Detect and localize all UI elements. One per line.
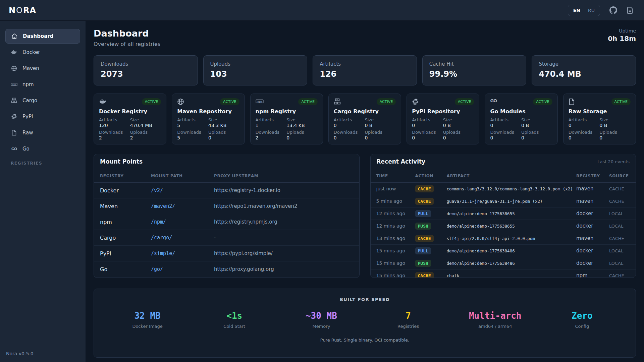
activity-row: 13 mins ago CACHE slf4j-api/2.0.0/slf4j-… — [371, 232, 636, 245]
source-cell: CACHE — [609, 273, 630, 278]
activity-row: 12 mins ago PULL demo/alpine:demo-177563… — [371, 207, 636, 220]
artifact-cell: chalk — [447, 273, 577, 278]
stat-card-downloads: Downloads 2073 — [94, 55, 198, 85]
artifact-cell: demo/alpine:demo-1775638486 — [447, 261, 577, 266]
docker-icon — [11, 49, 17, 55]
downloads-label: Downloads — [334, 130, 365, 135]
sidebar-item-cargo[interactable]: Cargo — [5, 93, 80, 108]
action-badge: PUSH — [415, 260, 431, 267]
sidebar-item-docker[interactable]: Docker — [5, 45, 80, 60]
sidebar-item-dashboard[interactable]: Dashboard — [5, 29, 80, 44]
uploads-label: Uploads — [286, 130, 318, 135]
speed-metric-memory: ~30 MB Memory — [278, 311, 365, 329]
time-cell: 12 mins ago — [376, 223, 415, 229]
mount-path-link[interactable]: /maven2/ — [151, 203, 214, 209]
lang-en-button[interactable]: EN — [573, 8, 580, 13]
github-icon[interactable] — [609, 6, 617, 14]
registry-cell: docker — [576, 260, 609, 266]
mount-path-link[interactable]: /simple/ — [151, 250, 214, 256]
uploads-value: 2 — [130, 135, 161, 141]
activity-row: 15 mins ago PUSH demo/alpine:demo-177563… — [371, 257, 636, 269]
time-cell: 5 mins ago — [376, 198, 415, 204]
action-badge: CACHE — [415, 235, 434, 242]
language-switcher[interactable]: EN RU — [568, 5, 600, 16]
uptime: Uptime 0h 18m — [608, 28, 636, 43]
upstream-cell: https://registry.npmjs.org — [214, 219, 353, 225]
registry-card-raw[interactable]: ACTIVE Raw Storage Artifacts Size 0 0 B … — [563, 94, 636, 144]
app-version: Nora v0.5.0 — [0, 345, 86, 362]
stat-value: 2073 — [101, 69, 191, 79]
upstream-cell: - — [214, 235, 353, 241]
stat-value: 126 — [320, 69, 410, 79]
speed-metric-registries: 7 Registries — [365, 311, 451, 329]
main-content: Dashboard Overview of all registries Upt… — [86, 21, 644, 362]
downloads-label: Downloads — [490, 130, 521, 135]
size-label: Size — [599, 117, 631, 123]
col-registry: REGISTRY — [576, 174, 609, 178]
registry-name: Cargo Registry — [334, 108, 396, 115]
registry-card-cargo[interactable]: ACTIVE Cargo Registry Artifacts Size 0 0… — [328, 94, 401, 144]
python-icon — [412, 98, 419, 105]
artifacts-label: Artifacts — [256, 117, 287, 123]
uploads-value: 0 — [208, 135, 239, 141]
uploads-label: Uploads — [130, 130, 161, 135]
mount-path-link[interactable]: /v2/ — [151, 187, 214, 193]
registry-card-maven[interactable]: ACTIVE Maven Repository Artifacts Size 5… — [172, 94, 245, 144]
sidebar-item-go[interactable]: GO Go — [5, 141, 80, 156]
registry-cell: Docker — [100, 187, 151, 194]
registry-card-npm[interactable]: npm ACTIVE npm Registry Artifacts Size 1… — [250, 94, 323, 144]
lang-ru-button[interactable]: RU — [588, 8, 595, 13]
table-row: Cargo /cargo/ - — [94, 230, 359, 246]
downloads-label: Downloads — [256, 130, 287, 135]
packages-icon — [11, 98, 17, 104]
registry-name: PyPI Repository — [412, 108, 474, 115]
sidebar-item-label: npm — [22, 81, 34, 87]
svg-text:npm: npm — [12, 83, 16, 86]
sidebar-item-pypi[interactable]: PyPI — [5, 109, 80, 124]
activity-row: 15 mins ago PULL demo/alpine:demo-177563… — [371, 245, 636, 257]
speed-metric-multi-arch: Multi-arch amd64 / arm64 — [452, 311, 539, 329]
stat-label: Uploads — [210, 61, 301, 67]
stats-row: Downloads 2073 Uploads 103 Artifacts 126… — [94, 55, 636, 85]
go-icon: GO — [11, 147, 17, 151]
size-label: Size — [286, 117, 318, 123]
mount-points-panel: Mount Points REGISTRY MOUNT PATH PROXY U… — [94, 154, 360, 278]
sidebar-item-npm[interactable]: npm npm — [5, 77, 80, 92]
artifacts-value: 0 — [412, 123, 443, 129]
table-row: Maven /maven2/ https://repo1.maven.org/m… — [94, 198, 359, 214]
mount-path-link[interactable]: /cargo/ — [151, 235, 214, 241]
speed-metric-zero-config: Zero Config — [539, 311, 626, 329]
stat-value: 470.4 MB — [539, 69, 629, 79]
activity-row: 5 mins ago CACHE guava/31.1-jre/guava-31… — [371, 195, 636, 207]
registry-cell: maven — [576, 235, 609, 241]
metric-label: Registries — [365, 324, 451, 329]
status-badge: ACTIVE — [377, 98, 396, 105]
stat-label: Artifacts — [320, 61, 410, 67]
mount-path-link[interactable]: /npm/ — [151, 219, 214, 225]
action-badge: CACHE — [415, 185, 434, 192]
artifact-cell: guava/31.1-jre/guava-31.1-jre.pom (x2) — [447, 199, 577, 204]
speed-footer: Pure Rust. Single binary. OCI compatible… — [104, 338, 626, 343]
registry-name: Maven Repository — [177, 108, 239, 115]
artifacts-label: Artifacts — [99, 117, 130, 123]
col-registry: REGISTRY — [100, 174, 151, 178]
time-cell: 15 mins ago — [376, 273, 415, 278]
registry-card-pypi[interactable]: ACTIVE PyPI Repository Artifacts Size 0 … — [407, 94, 479, 144]
registry-card-go[interactable]: GO ACTIVE Go Modules Artifacts Size 0 0 … — [485, 94, 557, 144]
col-time: TIME — [376, 174, 415, 178]
downloads-value: 0 — [569, 135, 600, 141]
docs-icon[interactable] — [627, 7, 633, 14]
registry-cell: Cargo — [100, 235, 151, 241]
uploads-value: 0 — [521, 135, 552, 141]
speed-header: BUILT FOR SPEED — [104, 297, 626, 302]
upstream-cell: https://repo1.maven.org/maven2 — [214, 203, 353, 209]
mount-path-link[interactable]: /go/ — [151, 266, 214, 272]
stat-label: Downloads — [101, 61, 191, 67]
sidebar-item-maven[interactable]: Maven — [5, 61, 80, 76]
size-value: 43.3 KB — [208, 123, 239, 129]
page-subtitle: Overview of all registries — [94, 41, 160, 47]
sidebar-item-raw[interactable]: Raw — [5, 125, 80, 140]
registry-card-docker[interactable]: ACTIVE Docker Registry Artifacts Size 12… — [94, 94, 166, 144]
artifact-cell: slf4j-api/2.0.0/slf4j-api-2.0.0.pom — [447, 236, 577, 241]
size-label: Size — [208, 117, 239, 123]
